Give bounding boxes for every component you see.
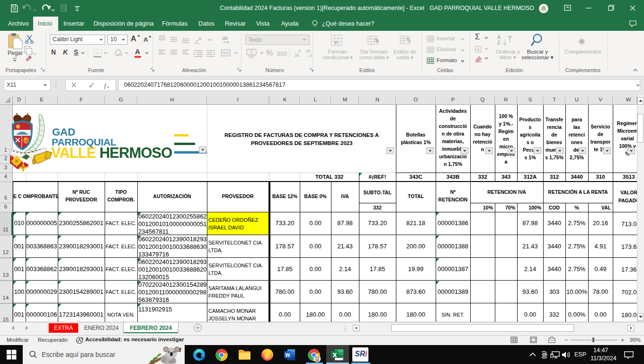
svg-text:→.0: →.0 xyxy=(305,53,313,58)
svg-text:≠: ≠ xyxy=(334,39,338,46)
svg-text:Z: Z xyxy=(497,40,500,46)
svg-text:W: W xyxy=(285,352,290,358)
svg-text:ab: ab xyxy=(222,35,228,41)
svg-text:.00: .00 xyxy=(294,53,299,58)
svg-text:A: A xyxy=(497,35,501,40)
svg-text:x: x xyxy=(107,84,109,89)
